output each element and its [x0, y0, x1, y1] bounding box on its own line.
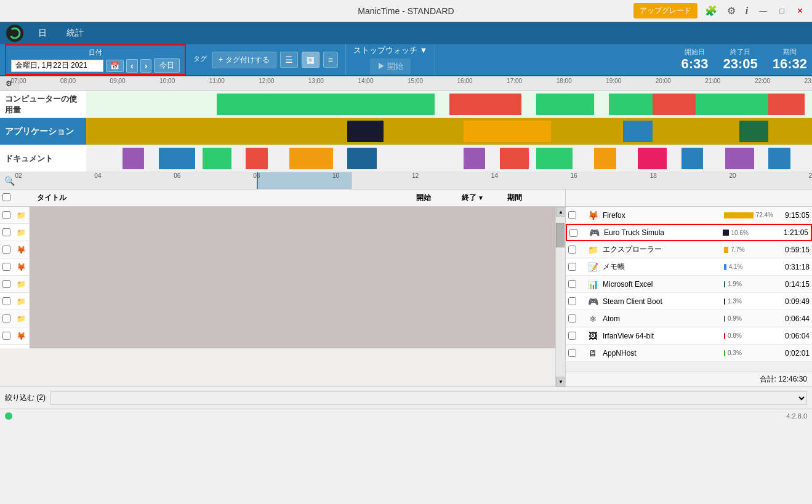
th-end[interactable]: 終了 ▼ — [462, 193, 505, 203]
gear-icon-btn[interactable]: ⚙ — [725, 4, 738, 18]
row-checkbox[interactable] — [569, 229, 577, 237]
th-dur[interactable]: 期間 — [507, 193, 550, 203]
check-all[interactable] — [2, 193, 10, 201]
total-label: 合計: 12:46:30 — [760, 374, 807, 385]
row-checkbox[interactable] — [2, 246, 10, 254]
next-date-btn[interactable]: › — [140, 59, 152, 73]
row-checkbox[interactable] — [2, 228, 10, 236]
table-row[interactable]: 📁 — [0, 207, 29, 224]
rr-app-name: メモ帳 — [603, 262, 722, 272]
bottom-bar: 絞り込む (2) — [0, 386, 812, 409]
scroll-thumb[interactable] — [556, 223, 565, 247]
rr-bar-wrap: 1.3% — [724, 298, 773, 305]
app-list-row[interactable]: 🖼 IrfanView 64-bit 0.8% 0:06:04 — [566, 327, 812, 345]
row-checkbox[interactable] — [568, 314, 576, 322]
add-tag-btn[interactable]: + タグ付けする — [212, 52, 276, 68]
row-checkbox[interactable] — [2, 314, 10, 322]
table-row[interactable]: 📁 — [0, 310, 29, 327]
puzzle-icon-btn[interactable]: 🧩 — [702, 4, 720, 18]
date-section: 日付 📅 ‹ › 今日 — [5, 44, 186, 75]
app-list-row[interactable]: 🎮 Steam Client Boot 1.3% 0:09:49 — [566, 293, 812, 310]
row-checkbox[interactable] — [568, 349, 576, 357]
th-start[interactable]: 開始 — [416, 193, 459, 203]
today-btn[interactable]: 今日 — [154, 58, 180, 73]
nav-stats[interactable]: 統計 — [62, 25, 89, 41]
table-row[interactable]: 🦊 — [0, 258, 29, 276]
row-checkbox[interactable] — [568, 211, 576, 219]
app-list-row[interactable]: 📁 エクスプローラー 7.7% 0:59:15 — [566, 241, 812, 258]
upgrade-button[interactable]: アップグレード — [633, 3, 697, 18]
calendar-icon-btn[interactable]: 📅 — [106, 60, 124, 72]
row-checkbox[interactable] — [2, 211, 10, 219]
app-list-row[interactable]: ⚛ Atom 0.9% 0:06:44 — [566, 310, 812, 327]
row-checkbox[interactable] — [568, 263, 576, 271]
scroll-down-btn[interactable]: ▼ — [556, 377, 565, 386]
table-row[interactable]: 🦊 — [0, 241, 29, 258]
rr-check[interactable] — [568, 314, 583, 322]
app-list-row[interactable]: 🖥 AppNHost 0.3% 0:02:01 — [566, 345, 812, 362]
rr-check[interactable] — [568, 280, 583, 288]
right-panel: 🦊 Firefox 72.4% 9:15:05 🎮 Euro Truck Sim… — [566, 190, 812, 386]
compact-view-btn[interactable]: ≡ — [323, 52, 338, 68]
scroll-up-btn[interactable]: ▲ — [556, 207, 565, 217]
app-list-row[interactable]: 🎮 Euro Truck Simula 10.6% 1:21:05 — [566, 224, 812, 241]
app-bar — [623, 121, 652, 142]
window-controls: アップグレード 🧩 ⚙ i — □ ✕ — [633, 3, 807, 18]
list-view-btn[interactable]: ☰ — [280, 52, 298, 68]
close-button[interactable]: ✕ — [793, 5, 807, 17]
table-row[interactable]: 📁 — [0, 224, 29, 241]
table-row[interactable]: 🦊 — [0, 327, 29, 345]
rr-app-icon: 🦊 — [585, 210, 600, 220]
row-checkbox[interactable] — [2, 280, 10, 288]
rr-app-icon: 🖼 — [585, 331, 600, 341]
table-row[interactable]: 📁 — [0, 293, 29, 310]
rr-check[interactable] — [568, 263, 583, 271]
table-row[interactable]: 📁 — [0, 276, 29, 293]
maximize-button[interactable]: □ — [776, 5, 788, 17]
track-computer-label: コンピューターの使用量 — [0, 91, 86, 118]
app-bar — [464, 121, 550, 142]
mini-hour-label: 12 — [412, 172, 419, 179]
doc-bar — [681, 148, 703, 169]
doc-bar — [536, 148, 573, 169]
computer-bar — [768, 94, 805, 115]
app-list-row[interactable]: 🦊 Firefox 72.4% 9:15:05 — [566, 207, 812, 224]
rr-check[interactable] — [568, 297, 583, 305]
app-list-row[interactable]: 📊 Microsoft Excel 1.9% 0:14:15 — [566, 276, 812, 293]
row-checkbox[interactable] — [2, 297, 10, 305]
th-title[interactable]: タイトル — [37, 193, 414, 203]
row-icon: 📁 — [16, 314, 27, 323]
rr-check[interactable] — [568, 349, 583, 357]
th-check-all[interactable] — [2, 193, 17, 203]
rr-bar — [724, 212, 754, 218]
nav-day[interactable]: 日 — [33, 25, 52, 41]
hour-mark: 21:00 — [705, 76, 720, 84]
prev-date-btn[interactable]: ‹ — [126, 59, 138, 73]
scroll-track[interactable] — [556, 217, 565, 377]
stopwatch-label[interactable]: ストップウォッチ ▼ — [353, 45, 427, 56]
app-list-row[interactable]: 📝 メモ帳 4.1% 0:31:18 — [566, 258, 812, 276]
rr-check[interactable] — [568, 246, 583, 254]
row-checkbox[interactable] — [2, 332, 10, 340]
mini-map-content[interactable]: 0204060810121416182022 — [18, 172, 812, 189]
right-body: 🦊 Firefox 72.4% 9:15:05 🎮 Euro Truck Sim… — [566, 207, 812, 372]
date-input[interactable] — [11, 60, 103, 72]
rr-check[interactable] — [568, 332, 583, 340]
row-icon: 📁 — [16, 228, 27, 237]
minimize-button[interactable]: — — [755, 5, 771, 17]
row-checkbox[interactable] — [568, 246, 576, 254]
row-checkbox[interactable] — [568, 297, 576, 305]
mini-hour-label: 16 — [571, 172, 577, 179]
row-checkbox[interactable] — [568, 332, 576, 340]
filter-select[interactable] — [50, 391, 807, 405]
info-icon-btn[interactable]: i — [743, 4, 750, 18]
grid-view-btn[interactable]: ▦ — [302, 52, 320, 68]
rr-check[interactable] — [569, 229, 584, 237]
row-checkbox[interactable] — [568, 280, 576, 288]
doc-bar — [289, 148, 333, 169]
rr-check[interactable] — [568, 211, 583, 219]
row-checkbox[interactable] — [2, 263, 10, 271]
app-bar — [667, 121, 725, 142]
rr-bar — [724, 316, 725, 322]
track-docs-content — [86, 145, 812, 172]
